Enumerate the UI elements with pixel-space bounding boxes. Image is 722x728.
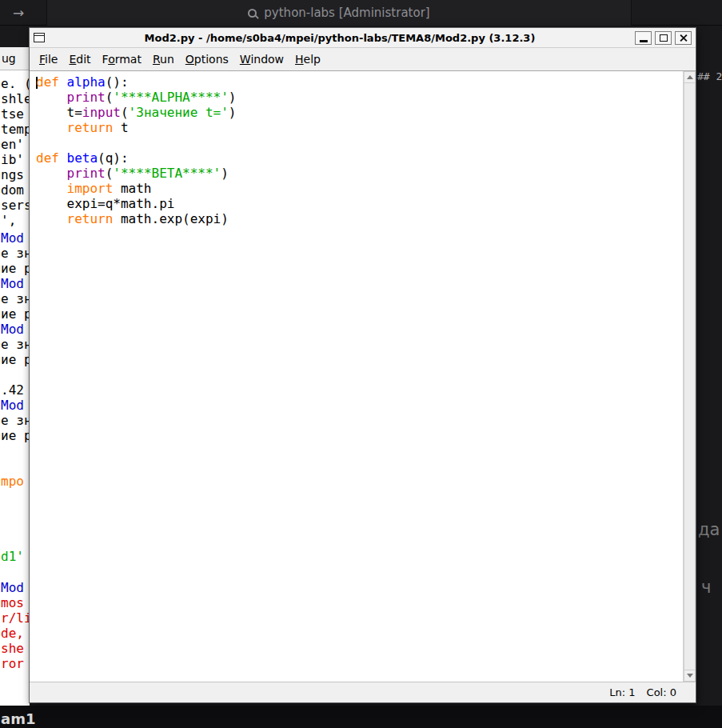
- vertical-scrollbar[interactable]: [683, 71, 696, 682]
- search-icon: [248, 9, 257, 18]
- forward-arrow-icon[interactable]: →: [13, 4, 24, 22]
- background-code-fragment: mos: [1, 595, 24, 610]
- code-line-6[interactable]: def beta(q):: [36, 150, 683, 166]
- desktop-bottom-area: [0, 706, 722, 728]
- status-line: Ln: 1: [609, 686, 635, 698]
- background-code-fragment: ',: [1, 213, 16, 228]
- background-text-fragment: ч: [701, 578, 711, 597]
- menu-bar: FileEditFormatRunOptionsWindowHelp: [30, 48, 696, 71]
- background-code-fragment: е зн: [1, 337, 30, 352]
- scroll-down-button[interactable]: [684, 670, 696, 682]
- menu-window[interactable]: Window: [234, 50, 289, 69]
- status-bar: Ln: 1 Col: 0: [30, 682, 696, 702]
- background-code-fragment: dom: [1, 182, 24, 198]
- menu-file[interactable]: File: [34, 50, 63, 69]
- close-button[interactable]: [675, 31, 692, 45]
- menu-format[interactable]: Format: [97, 50, 147, 69]
- background-code-fragment: е зн: [1, 413, 30, 428]
- code-line-5[interactable]: [36, 135, 683, 150]
- background-code-fragment: ие р: [1, 306, 30, 322]
- background-code-fragment: sers: [1, 198, 30, 213]
- code-line-8[interactable]: import math: [36, 181, 683, 196]
- search-text: python-labs [Administrator]: [264, 6, 429, 20]
- minimize-icon: [640, 40, 648, 42]
- menu-edit[interactable]: Edit: [63, 50, 96, 69]
- background-code-fragment: Mod: [1, 322, 24, 337]
- search-box[interactable]: python-labs [Administrator]: [46, 0, 632, 26]
- code-line-9[interactable]: expi=q*math.pi: [36, 196, 683, 211]
- background-code-fragment: ие р: [1, 261, 30, 276]
- status-column: Col: 0: [647, 686, 676, 698]
- background-text-fragment: ## 2: [697, 70, 722, 82]
- background-code-fragment: r/li: [1, 610, 30, 626]
- background-code-fragment: temp: [1, 122, 30, 137]
- background-code-fragment: mpo: [1, 474, 24, 489]
- window-controls: [635, 31, 692, 45]
- scrollbar-thumb[interactable]: [684, 83, 696, 670]
- background-code-fragment: ib': [1, 152, 24, 167]
- background-code-fragment: е зн: [1, 246, 30, 261]
- triangle-up-icon: [687, 75, 693, 79]
- background-code-fragment: she: [1, 641, 24, 656]
- background-code-fragment: d1': [1, 549, 24, 564]
- maximize-button[interactable]: [655, 31, 672, 45]
- background-code-fragment: Mod: [1, 398, 24, 413]
- background-code-fragment: e. (: [1, 76, 30, 91]
- window-title: Mod2.py - /home/s0ba4/mpei/python-labs/T…: [45, 32, 635, 44]
- background-code-fragment: Mod: [1, 276, 24, 291]
- background-code-fragment: Mod: [1, 230, 24, 246]
- code-line-7[interactable]: print('****BETA****'): [36, 166, 683, 181]
- background-text-fragment: да: [698, 520, 720, 539]
- code-line-4[interactable]: return t: [36, 120, 683, 135]
- background-code-fragment: е зн: [1, 291, 30, 306]
- background-code-fragment: tse: [1, 106, 24, 122]
- background-code-fragment: Mod: [1, 580, 24, 595]
- code-line-2[interactable]: print('****ALPHA****'): [36, 90, 683, 105]
- window-titlebar[interactable]: Mod2.py - /home/s0ba4/mpei/python-labs/T…: [30, 28, 696, 48]
- background-code-fragment: shle: [1, 91, 30, 106]
- minimize-button[interactable]: [635, 31, 652, 45]
- window-icon[interactable]: [34, 33, 45, 42]
- editor-container: def alpha(): print('****ALPHA****') t=in…: [30, 71, 696, 682]
- menu-run[interactable]: Run: [147, 50, 180, 69]
- top-bar: → python-labs [Administrator]: [0, 0, 722, 26]
- background-code-fragment: ие р: [1, 428, 30, 443]
- background-code-fragment: ror: [1, 656, 24, 671]
- code-line-10[interactable]: return math.exp(expi): [36, 211, 683, 226]
- code-line-3[interactable]: t=input('Значение t='): [36, 105, 683, 120]
- background-code-fragment: ие р: [1, 352, 30, 367]
- background-code-fragment: en': [1, 137, 24, 152]
- code-line-1[interactable]: def alpha():: [36, 74, 683, 90]
- idle-editor-window: Mod2.py - /home/s0ba4/mpei/python-labs/T…: [29, 27, 696, 703]
- menu-help[interactable]: Help: [289, 50, 326, 69]
- code-editor[interactable]: def alpha(): print('****ALPHA****') t=in…: [30, 71, 683, 682]
- maximize-icon: [660, 34, 668, 42]
- triangle-down-icon: [687, 674, 693, 678]
- close-icon: [679, 34, 688, 42]
- background-window-strip: ug e. (shletsetempen'ib'ngsdomsers',Modе…: [0, 47, 30, 706]
- scroll-up-button[interactable]: [684, 71, 696, 83]
- background-window-editor: e. (shletsetempen'ib'ngsdomsers',Modе зн…: [0, 47, 30, 706]
- menu-options[interactable]: Options: [180, 50, 234, 69]
- background-code-fragment: de,: [1, 626, 24, 641]
- background-code-fragment: .42: [1, 382, 24, 398]
- background-code-fragment: ngs: [1, 167, 24, 182]
